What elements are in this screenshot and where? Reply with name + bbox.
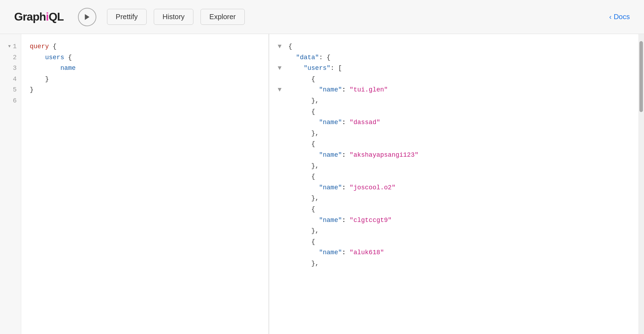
explorer-button[interactable]: Explorer [200,9,244,25]
code-line-3: name [30,63,260,74]
result-line-user4-open: { [288,171,630,182]
result-line-user5-close: }, [288,226,630,236]
code-line-5: } [30,84,260,95]
editor-wrapper: ▼ 1 2 3 4 5 6 [0,34,269,334]
result-line-user3-close: }, [288,161,630,172]
collapse-arrow-1[interactable]: ▼ [8,43,11,50]
app-container: GraphiQL Prettify History Explorer ‹ Doc… [0,0,644,334]
code-line-2: users { [30,52,260,63]
result-line-user4-name: "name": "joscool.o2" [288,182,630,193]
result-line-user6-open: { [288,236,630,247]
result-content: { "data": { "users": [ { "name": "tui.gl… [288,41,630,327]
result-line-user2-close: }, [288,128,630,139]
code-line-1: query { [30,41,260,52]
prettify-button[interactable]: Prettify [107,9,147,25]
result-gutter: ▼ ▼ ▼ [278,41,288,327]
result-line-user3-name: "name": "akshayapsangi123" [288,150,630,161]
result-line-user1-close: }, [288,95,630,106]
editor-pane[interactable]: query { users { name } } [21,34,269,334]
result-line-user5-open: { [288,204,630,215]
result-line-users: "users": [ [288,63,630,74]
result-line-user4-close: }, [288,193,630,204]
logo-accent: i [46,10,49,23]
svg-marker-0 [85,14,89,20]
result-line-user2-name: "name": "dassad" [288,117,630,128]
result-line-user1-name: "name": "tui.glen" [288,84,630,95]
docs-button[interactable]: ‹ Docs [609,13,630,21]
line-num-3: 3 [13,63,17,74]
chevron-left-icon: ‹ [609,13,612,21]
line-numbers: ▼ 1 2 3 4 5 6 [0,34,21,334]
line-num-2: 2 [13,52,17,63]
result-line-user1-open: { [288,74,630,85]
main-content: ▼ 1 2 3 4 5 6 [0,34,644,334]
result-line-user5-name: "name": "clgtccgt9" [288,215,630,226]
logo: GraphiQL [14,10,64,23]
result-line-root-open: { [288,41,630,52]
line-num-5: 5 [13,84,17,95]
code-line-6 [30,95,260,106]
scrollbar-pane [638,34,644,334]
result-line-user6-name: "name": "aluk618" [288,247,630,258]
line-num-1: ▼ 1 [8,41,17,52]
history-button[interactable]: History [154,9,193,25]
code-line-4: } [30,74,260,85]
run-button[interactable] [78,8,96,26]
result-line-data: "data": { [288,52,630,63]
line-num-6: 6 [13,95,17,106]
toolbar: GraphiQL Prettify History Explorer ‹ Doc… [0,0,644,34]
result-line-user6-close: }, [288,258,630,269]
result-line-user2-open: { [288,106,630,117]
result-line-user3-open: { [288,139,630,150]
result-pane: ▼ ▼ ▼ { "data": { "users": [ { "name": "… [269,34,638,334]
line-num-4: 4 [13,74,17,85]
scrollbar-thumb[interactable] [639,41,643,112]
